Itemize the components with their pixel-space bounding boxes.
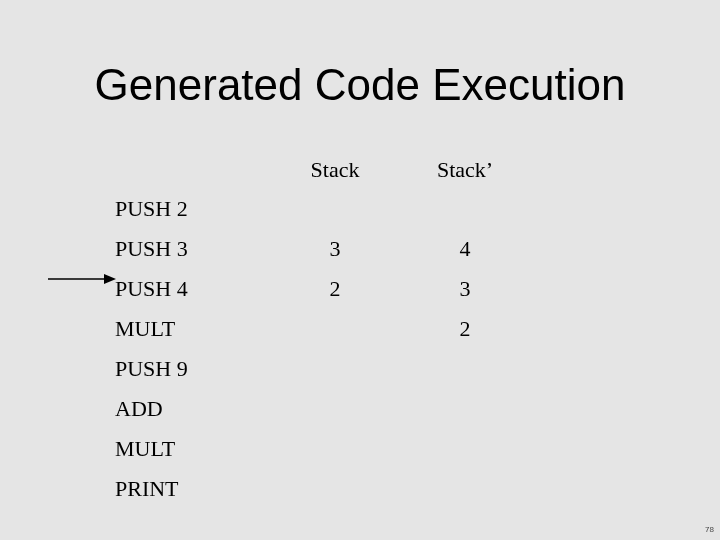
slide: Generated Code Execution Stack Stack’ PU…	[0, 0, 720, 540]
pointer-arrow-icon	[48, 272, 116, 286]
stackp-cell: 3	[400, 276, 530, 302]
instruction-label: MULT	[115, 436, 270, 462]
header-row: Stack Stack’	[115, 155, 585, 185]
instruction-row: PUSH 9	[115, 349, 585, 389]
instruction-row: PUSH 3 3 4	[115, 229, 585, 269]
instruction-label: ADD	[115, 396, 270, 422]
instruction-label: PUSH 9	[115, 356, 270, 382]
instruction-row: PRINT	[115, 469, 585, 509]
instruction-label: PUSH 2	[115, 196, 270, 222]
content-table: Stack Stack’ PUSH 2 PUSH 3 3 4 PUSH 4 2 …	[115, 155, 585, 509]
stackp-cell: 2	[400, 316, 530, 342]
stack-cell: 3	[270, 236, 400, 262]
instruction-row: MULT	[115, 429, 585, 469]
header-stack: Stack	[270, 157, 400, 183]
instruction-label: PUSH 4	[115, 276, 270, 302]
stack-cell: 2	[270, 276, 400, 302]
header-stack-prime: Stack’	[400, 157, 530, 183]
page-number: 78	[705, 525, 714, 534]
instruction-row: ADD	[115, 389, 585, 429]
instruction-row: MULT 2	[115, 309, 585, 349]
instruction-label: PUSH 3	[115, 236, 270, 262]
instruction-label: PRINT	[115, 476, 270, 502]
instruction-label: MULT	[115, 316, 270, 342]
instruction-row: PUSH 2	[115, 189, 585, 229]
instruction-row: PUSH 4 2 3	[115, 269, 585, 309]
stackp-cell: 4	[400, 236, 530, 262]
slide-title: Generated Code Execution	[0, 0, 720, 110]
